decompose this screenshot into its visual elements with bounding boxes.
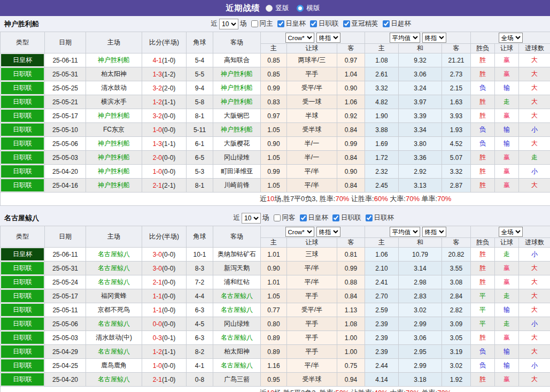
summary-part: 10 [267, 389, 274, 392]
match-count-select[interactable]: 10 [219, 19, 238, 29]
match-date-cell: 25-05-03 [45, 331, 86, 345]
col-header-4: 角球 [187, 32, 213, 53]
fulltime-score: 0-0 [153, 320, 162, 328]
halftime-score: (0-0) [162, 112, 175, 120]
handicap-cell: 平/半 [287, 262, 337, 275]
avg-home-cell: 2.44 [365, 359, 399, 373]
avg-stage-select[interactable]: 终指 [422, 227, 446, 237]
handicap-cell: 受半球 [287, 123, 337, 137]
away-odds-cell: 1.08 [337, 317, 365, 331]
col-header-5: 客场 [213, 226, 261, 248]
avg-away-cell: 2.73 [442, 67, 471, 81]
avg-away-cell: 3.09 [442, 317, 471, 331]
goals-result-cell: 走 [519, 151, 550, 165]
halftime-score: (1-0) [162, 57, 175, 64]
fulltime-score: 3-0 [153, 265, 162, 272]
league-label-0[interactable]: 日皇杯 [308, 213, 329, 222]
scope-select[interactable]: 全场 [499, 33, 523, 43]
match-type-cell: 日职联 [1, 275, 45, 289]
match-type-cell: 日职联 [1, 317, 45, 331]
match-type-cell: 日职联 [1, 123, 45, 137]
avg-home-cell: 2.39 [365, 317, 399, 331]
league-label-1[interactable]: 日职联 [319, 19, 339, 28]
match-row: 日职联25-05-10FC东京1-0(0-0)5-11神户胜利船1.05受半球0… [1, 123, 550, 137]
corner-cell: 9-4 [187, 81, 213, 95]
odds-group-header: Crow*终指 [261, 32, 365, 44]
league-checkbox-3[interactable] [383, 20, 390, 27]
away-team-cell: 名古屋鲸八 [213, 331, 261, 345]
league-label-3[interactable]: 日超杯 [391, 19, 412, 28]
score-cell: 3-2(0-0) [142, 109, 187, 123]
handicap-cell: 平手 [287, 317, 337, 331]
away-team-cell: 名古屋鲸八 [213, 303, 261, 317]
match-type-badge: 日职联 [1, 332, 44, 344]
avg-source-select[interactable]: 平均值 [390, 33, 420, 43]
odds-stage-select[interactable]: 终指 [316, 33, 340, 43]
away-odds-cell: 0.84 [337, 123, 365, 137]
handicap-cell: 半/一 [287, 137, 337, 151]
league-checkbox-1[interactable] [310, 20, 317, 27]
match-date-cell: 25-04-25 [45, 359, 86, 373]
same-side-label[interactable]: 同主 [260, 19, 273, 28]
league-checkbox-2[interactable] [366, 214, 373, 221]
fulltime-score: 1-3 [153, 140, 162, 148]
horizontal-layout-radio[interactable] [297, 5, 304, 12]
odds-sub-header-2: 客 [337, 44, 365, 53]
summary-part: 单率: [420, 195, 437, 203]
league-checkbox-0[interactable] [300, 214, 307, 221]
goals-result-cell: 小 [519, 123, 550, 137]
match-type-badge: 日职联 [1, 290, 44, 302]
summary-part: 场,胜5平3负2, 胜率: [274, 389, 335, 392]
league-label-0[interactable]: 日皇杯 [286, 19, 306, 28]
odds-source-select[interactable]: Crow* [285, 33, 314, 43]
same-side-label[interactable]: 同客 [282, 213, 296, 222]
score-cell: 1-2(1-1) [142, 345, 187, 359]
match-type-badge: 日职联 [1, 82, 44, 94]
handicap-cell: 平手 [287, 289, 337, 303]
vertical-layout-radio[interactable] [266, 5, 273, 12]
league-label-2[interactable]: 亚冠精英 [352, 19, 378, 28]
score-cell: 1-1(0-0) [142, 303, 187, 317]
games-label: 场 [240, 19, 247, 28]
avg-source-select[interactable]: 平均值 [390, 227, 420, 237]
result-sub-header-1: 让球 [495, 44, 519, 53]
col-header-1: 日期 [45, 226, 86, 248]
odds-source-select[interactable]: Crow* [285, 227, 314, 237]
avg-sub-header-2: 客 [442, 44, 471, 53]
league-label-1[interactable]: 日职联 [341, 213, 361, 222]
same-side-checkbox[interactable] [274, 214, 281, 221]
avg-home-cell: 2.45 [365, 179, 399, 193]
handicap-result-cell: 赢 [495, 151, 519, 165]
avg-stage-select[interactable]: 终指 [422, 33, 446, 43]
handicap-result-cell: 赢 [495, 331, 519, 345]
handicap-cell: 平/半 [287, 275, 337, 289]
same-side-checkbox[interactable] [251, 20, 258, 27]
col-header-4: 角球 [187, 226, 213, 248]
home-team-cell: 鹿岛鹿角 [86, 359, 142, 373]
match-type-badge: 日职联 [1, 318, 44, 330]
goals-result-cell: 小 [519, 317, 550, 331]
avg-away-cell: 3.32 [442, 165, 471, 179]
horizontal-layout-label[interactable]: 横版 [307, 4, 320, 13]
match-count-select[interactable]: 10 [242, 213, 261, 224]
league-checkbox-0[interactable] [277, 20, 284, 27]
away-team-cell: 柏太阳神 [213, 345, 261, 359]
vertical-layout-label[interactable]: 竖版 [276, 4, 289, 13]
league-checkbox-2[interactable] [343, 20, 350, 27]
col-header-1: 日期 [45, 32, 86, 53]
home-team-cell: 清水鼓动(中) [86, 331, 142, 345]
odds-stage-select[interactable]: 终指 [316, 227, 340, 237]
avg-home-cell: 1.08 [365, 53, 399, 67]
match-date-cell: 25-05-11 [45, 303, 86, 317]
scope-select[interactable]: 全场 [499, 227, 523, 237]
league-checkbox-1[interactable] [332, 214, 339, 221]
table-body: 日皇杯25-06-11名古屋鲸八3-0(0-0)10-1奥纳加钴矿石1.01三球… [1, 248, 550, 392]
summary-part: 40% [374, 389, 388, 392]
match-row: 日职联25-05-25清水鼓动3-2(2-0)9-4神户胜利船0.99受平/半0… [1, 81, 550, 95]
corner-cell: 5-11 [187, 123, 213, 137]
avg-group-header: 平均值终指 [365, 32, 471, 44]
away-team-cell: 广岛三箭 [213, 373, 261, 387]
corner-cell: 6-5 [187, 151, 213, 165]
league-label-2[interactable]: 日联杯 [374, 213, 394, 222]
goals-result-cell: 大 [519, 345, 550, 359]
